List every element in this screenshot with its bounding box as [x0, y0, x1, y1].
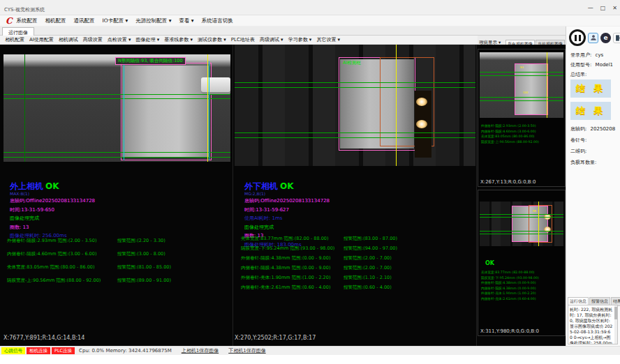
- toolbar-test-params[interactable]: 测试仪参数 ▾: [198, 36, 226, 43]
- left-result-overlay: 外上相机OK MAX:B(1) 底轴码:Offline2025020813313…: [10, 181, 95, 240]
- log-scrollbar[interactable]: [614, 305, 617, 344]
- pin-label: 卷针号:: [570, 137, 586, 143]
- yellow-cursor-line: [396, 45, 397, 166]
- menu-comm-config[interactable]: 通讯配置: [74, 17, 95, 24]
- title-bar: CYS-视觉检测系统 — □ ✕: [0, 0, 620, 15]
- total-result-label: 总结果:: [570, 72, 586, 77]
- toolbar-ai-usage-config[interactable]: AI使用配置: [29, 36, 54, 43]
- sub-info: MG:2,B(1): [244, 191, 330, 196]
- led-highlight: [416, 120, 427, 128]
- green-baseline: [480, 214, 563, 215]
- menu-language-switch[interactable]: 系统语言切换: [202, 17, 233, 24]
- result-box-upper: 结 果: [570, 79, 611, 98]
- measurement-row: 外侧卷针-隔膜:4.38mm 范围:(0.00 - 9.00) 报警范围:(2.…: [241, 255, 330, 261]
- toolbar-spot-check[interactable]: 点检设置 ▾: [108, 36, 131, 43]
- toolbar-plc-address-table[interactable]: PLC地址表: [231, 36, 255, 43]
- cyan-edge-line: [124, 61, 124, 160]
- toolbar-learning-params[interactable]: 学习参数 ▾: [288, 36, 312, 43]
- sub-info: MAX:B(1): [10, 191, 95, 196]
- camera-connection-badge: 相机连接: [27, 347, 50, 354]
- ai-time-line: 使用AI耗时: 1ms: [244, 215, 330, 222]
- toolbar-camera-debug[interactable]: 相机调试: [59, 36, 78, 43]
- cursor-position-readout: X:7677,Y:891;R:14,G:14,B:14: [3, 335, 84, 341]
- alarm-range: 报警范围:(2.00 - 7.00): [344, 265, 392, 271]
- login-user-label: 登录用户:: [570, 52, 591, 58]
- upper-camera-save-link[interactable]: 上相机1保存图像: [182, 347, 219, 354]
- e-log-button[interactable]: e: [600, 33, 611, 43]
- measurement-text: 外侧卷针-隔膜:4.38mm 范围:(0.00 - 9.00): [241, 255, 330, 261]
- mini-measurement: 壳体宽度:83.05mm (80.00-86.00): [481, 134, 539, 138]
- green-baseline: [3, 157, 230, 158]
- measurement-text: 壳体宽度:83.05mm 范围:(80.00 - 86.00): [7, 264, 94, 270]
- alarm-range: 报警范围:(94.00 - 97.00): [344, 245, 397, 252]
- app-window: CYS-视觉检测系统 — □ ✕ C 系统配置 相机配置 通讯配置 IO卡配置 …: [0, 0, 620, 364]
- mini-measurement: 壳体宽度:83.77mm (82.00-88.00): [481, 270, 539, 274]
- time-line: 时间:13-31-59-627: [244, 207, 330, 214]
- toolbar-advanced-debug[interactable]: 高级调试 ▾: [260, 36, 283, 43]
- exit-button[interactable]: [613, 33, 620, 43]
- log-output[interactable]: 耗时: 222, 瑕疵检测耗时: 17, 瑕疵分类耗时: 0, 瑕疵提取分区耗时…: [568, 305, 618, 344]
- menu-light-control-config[interactable]: 光源控制配置 ▾: [135, 17, 171, 24]
- barcode-line: 底轴码:Offline20250208133134728: [244, 198, 330, 205]
- mini-measurement: 外侧卷针-隔膜:2.93mm (2.00-3.50): [481, 123, 539, 128]
- cursor-position-readout: X:270,Y:2502;R:17,G:17,B:17: [235, 335, 316, 341]
- measurement-row: 隔膜宽度-上:90.56mm 范围:(88.00 - 92.00) 报警范围:(…: [7, 278, 101, 284]
- measurement-row: 隔膜宽度-下:95.24mm 范围:(93.00 - 98.00) 报警范围:(…: [241, 245, 334, 252]
- pause-icon: [579, 35, 581, 41]
- gap-measure-label: N形间隔值:93, 吸合间隔值:100: [115, 57, 186, 65]
- toolbar-other-settings[interactable]: 其它设置 ▾: [316, 36, 340, 43]
- lower-camera-image[interactable]: AI检测框: [235, 45, 475, 166]
- toolbar-advanced-settings[interactable]: 高级设置: [83, 36, 103, 43]
- mini-measure-label: 100: [523, 91, 529, 94]
- model-value[interactable]: Model1: [596, 62, 613, 68]
- cyan-edge-line: [209, 61, 209, 160]
- panel-divider-2: [476, 45, 477, 346]
- user-icon: [590, 34, 597, 41]
- thumbnail-upper-camera[interactable]: 93 100 外侧卷针-隔膜:2.93mm (2.00-3.50) 内侧卷针-隔…: [478, 49, 566, 187]
- measurement-row: 内侧卷针-壳体:2.61mm 范围:(0.60 - 4.00) 报警范围:(0.…: [241, 285, 330, 291]
- heartbeat-status-badge: 心跳信号: [1, 347, 25, 354]
- toolbar: 相机配置 AI使用配置 相机调试 高级设置 点检设置 ▾ 图像处理 ▾ 基准线参…: [0, 36, 478, 45]
- qr-label: 二维码:: [570, 149, 586, 154]
- alarm-range: 报警范围:(2.20 - 3.30): [117, 238, 165, 244]
- ok-status: OK: [485, 260, 494, 266]
- user-button[interactable]: [588, 33, 598, 43]
- alarm-range: 报警范围:(0.60 - 4.00): [344, 285, 392, 291]
- thumbnail-lower-camera[interactable]: 95 OK 壳体宽度:83.77mm (82.00-88.00) 隔膜宽度-下:…: [478, 190, 566, 336]
- green-baseline: [480, 75, 563, 76]
- maximize-button[interactable]: □: [600, 5, 606, 12]
- menu-view[interactable]: 查看 ▾: [179, 17, 193, 24]
- measurement-row: 壳体宽度:83.77mm 范围:(82.00 - 88.00) 报警范围:(83…: [241, 236, 328, 242]
- lower-camera-save-link[interactable]: 下相机1保存图像: [228, 347, 265, 354]
- toolbar-baseline-params[interactable]: 基准线参数 ▾: [164, 36, 193, 43]
- close-button[interactable]: ✕: [612, 5, 617, 12]
- pause-button[interactable]: [569, 29, 586, 46]
- yellow-cursor-line: [538, 202, 539, 246]
- mini-measurement: 外侧卷针-壳体:1.90mm (1.00-2.20): [481, 291, 539, 295]
- measurement-text: 内侧卷针-隔膜:4.60mm 范围:(3.00 - 6.00): [7, 251, 96, 257]
- measurement-row: 内侧卷针-隔膜:4.60mm 范围:(3.00 - 6.00) 报警范围:(3.…: [7, 251, 96, 257]
- measurement-text: 外侧卷针-壳体:1.90mm 范围:(1.00 - 2.20): [241, 275, 330, 280]
- menu-system-config[interactable]: 系统配置: [17, 17, 38, 24]
- tab-count-label: 负极耳数量:: [570, 160, 596, 165]
- ok-status: OK: [280, 181, 294, 191]
- barcode-line: 底轴码:Offline20250208133134728: [10, 198, 95, 205]
- green-baseline: [235, 132, 475, 133]
- camera-name: 外上相机: [10, 181, 43, 191]
- measurement-text: 壳体宽度:83.77mm 范围:(82.00 - 88.00): [241, 236, 328, 241]
- menu-camera-config[interactable]: 相机配置: [45, 17, 66, 24]
- measurement-text: 外侧卷针-隔膜:2.93mm 范围:(2.00 - 3.50): [7, 238, 96, 243]
- minimize-button[interactable]: —: [588, 5, 593, 12]
- measurement-row: 内侧卷针-隔膜:4.38mm 范围:(0.00 - 9.00) 报警范围:(2.…: [241, 265, 330, 271]
- upper-camera-image[interactable]: N形间隔值:93, 吸合间隔值:100: [3, 54, 230, 162]
- toolbar-image-processing[interactable]: 图像处理 ▾: [136, 36, 160, 43]
- alarm-range: 报警范围:(89.00 - 91.00): [117, 278, 171, 284]
- toolbar-camera-config[interactable]: 相机配置: [5, 36, 24, 43]
- ai-detect-label: AI检测框: [343, 60, 361, 66]
- tab-count-row: 负极耳数量:: [570, 159, 598, 166]
- scrollbar-thumb[interactable]: [614, 307, 617, 319]
- menu-io-config[interactable]: IO卡配置 ▾: [103, 17, 128, 24]
- measurement-row: 外侧卷针-壳体:1.90mm 范围:(1.00 - 2.20) 报警范围:(1.…: [241, 275, 330, 281]
- mini-measure-label: 93: [520, 66, 524, 69]
- sidebar-buttons: e: [569, 29, 620, 46]
